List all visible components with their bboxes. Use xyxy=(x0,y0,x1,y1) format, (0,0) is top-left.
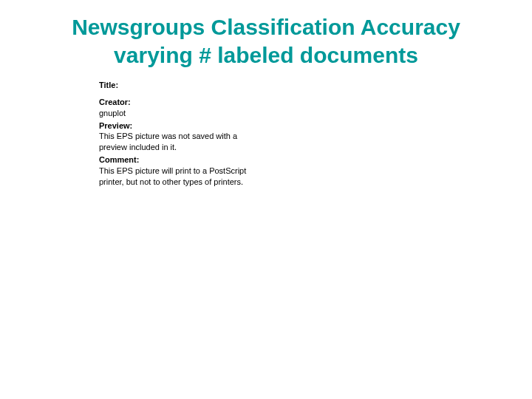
eps-creator-value: gnuplot xyxy=(99,108,254,119)
title-line-1: Newsgroups Classification Accuracy xyxy=(72,15,460,39)
eps-comment-value: This EPS picture will print to a PostScr… xyxy=(99,166,254,188)
title-line-2: varying # labeled documents xyxy=(114,43,418,67)
eps-placeholder: Title: Creator: gnuplot Preview: This EP… xyxy=(99,80,254,188)
eps-preview-label: Preview: xyxy=(99,120,254,132)
eps-creator-label: Creator: xyxy=(99,97,254,108)
slide: Newsgroups Classification Accuracy varyi… xyxy=(0,0,532,399)
eps-title-label: Title: xyxy=(99,80,254,91)
eps-preview-value: This EPS picture was not saved with a pr… xyxy=(99,131,254,153)
slide-title: Newsgroups Classification Accuracy varyi… xyxy=(0,13,532,69)
eps-comment-label: Comment: xyxy=(99,154,254,166)
